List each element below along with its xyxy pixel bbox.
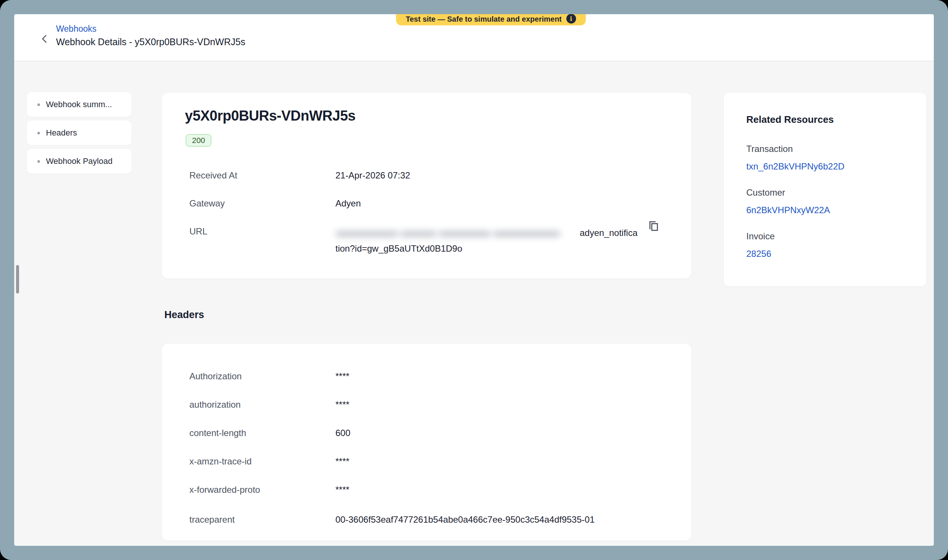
field-label: URL [190, 225, 335, 238]
related-resource-customer: Customer 6n2BkVHPNxyW22A [746, 186, 926, 217]
test-site-banner: Test site — Safe to simulate and experim… [396, 14, 586, 25]
header-key: x-amzn-trace-id [190, 455, 335, 468]
header-row: Authorization **** [190, 370, 658, 383]
header-value: **** [335, 455, 349, 468]
content-area: Webhook summ... Headers Webhook Payload … [14, 61, 934, 546]
screenshot-stage: Test site — Safe to simulate and experim… [0, 0, 948, 560]
header-row: x-amzn-trace-id **** [190, 455, 658, 468]
bullet-dot-icon [37, 103, 40, 106]
sidebar-item-label: Webhook Payload [46, 157, 118, 166]
transaction-link[interactable]: txn_6n2BkVHPNy6b22D [746, 160, 845, 173]
resource-label: Customer [746, 186, 926, 199]
app-window: Test site — Safe to simulate and experim… [14, 14, 934, 546]
info-icon[interactable]: i [566, 14, 576, 23]
customer-link[interactable]: 6n2BkVHPNxyW22A [746, 204, 830, 217]
header-row: authorization **** [190, 398, 658, 411]
field-row-gateway: Gateway Adyen [190, 197, 658, 210]
section-nav: Webhook summ... Headers Webhook Payload [27, 92, 131, 174]
bullet-dot-icon [37, 132, 40, 134]
related-resource-invoice: Invoice 28256 [746, 230, 926, 260]
bullet-dot-icon [37, 160, 40, 163]
header-key: traceparent [190, 513, 335, 526]
resource-label: Invoice [746, 230, 926, 243]
sidebar-item-label: Headers [46, 128, 82, 138]
header-key: content-length [190, 427, 335, 439]
headers-card: Authorization **** authorization **** co… [162, 344, 691, 541]
test-site-banner-text: Test site — Safe to simulate and experim… [405, 14, 562, 23]
redacted-url-prefix [335, 226, 580, 239]
invoice-link[interactable]: 28256 [746, 248, 771, 260]
sidebar-item-webhook-payload[interactable]: Webhook Payload [27, 149, 131, 174]
headers-rows: Authorization **** authorization **** co… [190, 370, 658, 543]
field-label: Received At [190, 169, 335, 182]
header-value: 00-3606f53eaf7477261b54abe0a466c7ee-950c… [335, 512, 658, 528]
webhook-id-title: y5X0rp0BURs-VDnWRJ5s [185, 108, 356, 124]
related-resources-card: Related Resources Transaction txn_6n2BkV… [724, 93, 926, 286]
header-key: x-forwarded-proto [190, 483, 335, 496]
header-value: **** [335, 398, 349, 411]
field-row-url: URL adyen_notification?id=gw_gB5aUTtXd0B… [190, 225, 658, 257]
window-frame: Test site — Safe to simulate and experim… [0, 0, 948, 560]
related-resources-heading: Related Resources [746, 113, 926, 126]
back-button[interactable] [37, 31, 53, 47]
related-resource-transaction: Transaction txn_6n2BkVHPNy6b22D [746, 143, 926, 173]
field-value-url: adyen_notification?id=gw_gB5aUTtXd0B1D9o [335, 225, 640, 257]
field-row-received-at: Received At 21-Apr-2026 07:32 [190, 169, 658, 182]
field-value: Adyen [335, 197, 361, 210]
sidebar-item-webhook-summary[interactable]: Webhook summ... [27, 92, 131, 117]
header-value: **** [335, 483, 349, 496]
header-key: Authorization [190, 370, 335, 383]
header-key: authorization [190, 398, 335, 411]
breadcrumb-webhooks-link[interactable]: Webhooks [56, 24, 96, 34]
copy-icon [647, 219, 659, 232]
webhook-summary-card: y5X0rp0BURs-VDnWRJ5s 200 Received At 21-… [162, 93, 691, 278]
page-title: Webhook Details - y5X0rp0BURs-VDnWRJ5s [56, 37, 245, 48]
copy-url-button[interactable] [646, 218, 661, 233]
header-row: x-forwarded-proto **** [190, 483, 658, 496]
chevron-left-icon [40, 34, 50, 44]
field-value: 21-Apr-2026 07:32 [335, 169, 410, 182]
summary-fields: Received At 21-Apr-2026 07:32 Gateway Ad… [190, 169, 658, 272]
header-value: 600 [335, 427, 350, 439]
header-row: traceparent 00-3606f53eaf7477261b54abe0a… [190, 512, 658, 528]
sidebar-item-headers[interactable]: Headers [27, 121, 131, 145]
resource-label: Transaction [746, 143, 926, 155]
header-value: **** [335, 370, 349, 383]
left-scrollbar-thumb[interactable] [16, 265, 19, 294]
sidebar-item-label: Webhook summ... [46, 100, 117, 109]
header-row: content-length 600 [190, 427, 658, 439]
breadcrumb: Webhooks Webhook Details - y5X0rp0BURs-V… [56, 24, 245, 48]
field-label: Gateway [190, 197, 335, 210]
headers-section-heading: Headers [164, 309, 204, 321]
status-badge: 200 [186, 134, 211, 147]
